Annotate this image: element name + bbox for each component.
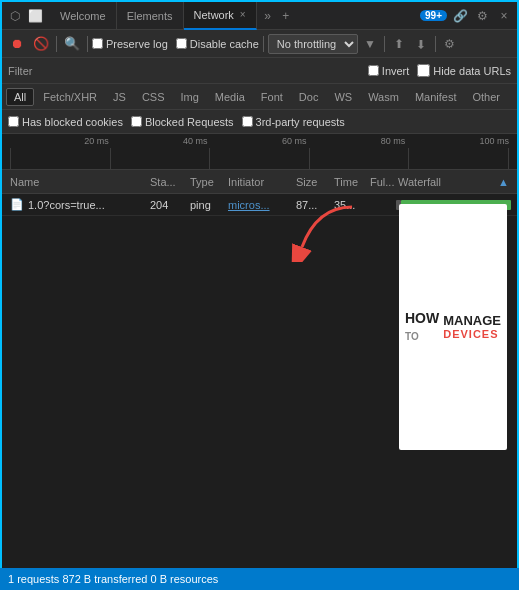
type-tab-font[interactable]: Font — [254, 89, 290, 105]
share-icon[interactable]: 🔗 — [451, 7, 469, 25]
tab-bar: ⬡ ⬜ Welcome Elements Network × » + 99+ 🔗… — [2, 2, 517, 30]
status-bar: 1 requests 872 B transferred 0 B resourc… — [0, 568, 519, 590]
preserve-log-checkbox[interactable] — [92, 38, 103, 49]
main-content: 📄 1.0?cors=true... 204 ping micros... 87… — [2, 194, 517, 570]
timeline-mark-1: 20 ms — [84, 136, 109, 146]
timeline-mark-2: 40 ms — [183, 136, 208, 146]
td-status: 204 — [146, 199, 186, 211]
network-settings-icon[interactable]: ⚙ — [440, 34, 460, 54]
settings-tab-icon[interactable]: ⚙ — [473, 7, 491, 25]
watermark: HOWTO MANAGE DEVICES — [399, 204, 507, 450]
th-status[interactable]: Sta... — [146, 176, 186, 188]
devtools-icon-2[interactable]: ⬜ — [26, 7, 44, 25]
th-time[interactable]: Time — [330, 176, 366, 188]
watermark-devices: DEVICES — [443, 328, 501, 340]
table-header: Name Sta... Type Initiator Size Time Ful… — [2, 170, 517, 194]
sort-icon: ▲ — [498, 176, 509, 188]
has-blocked-cookies-group[interactable]: Has blocked cookies — [8, 116, 123, 128]
th-name[interactable]: Name — [6, 176, 146, 188]
td-time: 35... — [330, 199, 366, 211]
grid-line-3 — [209, 148, 210, 169]
type-tab-all[interactable]: All — [6, 88, 34, 106]
th-full[interactable]: Ful... — [366, 176, 394, 188]
separator-5 — [435, 36, 436, 52]
type-tab-ws[interactable]: WS — [327, 89, 359, 105]
timeline-grid-lines — [10, 148, 509, 169]
throttle-settings-icon[interactable]: ▼ — [360, 34, 380, 54]
type-tab-other[interactable]: Other — [465, 89, 507, 105]
filter-row: Filter Invert Hide data URLs — [2, 58, 517, 84]
th-size[interactable]: Size — [292, 176, 330, 188]
type-tab-wasm[interactable]: Wasm — [361, 89, 406, 105]
type-tab-fetch-xhr[interactable]: Fetch/XHR — [36, 89, 104, 105]
tab-welcome[interactable]: Welcome — [50, 2, 117, 30]
third-party-checkbox[interactable] — [242, 116, 253, 127]
throttle-select[interactable]: No throttling Fast 3G Slow 3G Offline — [268, 34, 358, 54]
notification-badge: 99+ — [420, 10, 447, 21]
has-blocked-cookies-checkbox[interactable] — [8, 116, 19, 127]
blocked-requests-group[interactable]: Blocked Requests — [131, 116, 234, 128]
third-party-group[interactable]: 3rd-party requests — [242, 116, 345, 128]
watermark-text: MANAGE DEVICES — [443, 314, 501, 340]
type-tab-js[interactable]: JS — [106, 89, 133, 105]
type-tab-media[interactable]: Media — [208, 89, 252, 105]
watermark-manage: MANAGE — [443, 314, 501, 328]
th-waterfall[interactable]: Waterfall ▲ — [394, 176, 513, 188]
devtools-icon-1[interactable]: ⬡ — [6, 7, 24, 25]
grid-line-5 — [408, 148, 409, 169]
has-blocked-cookies-label: Has blocked cookies — [22, 116, 123, 128]
td-type: ping — [186, 199, 224, 211]
grid-line-2 — [110, 148, 111, 169]
preserve-log-checkbox-group[interactable]: Preserve log — [92, 38, 168, 50]
grid-line-1 — [10, 148, 11, 169]
disable-cache-checkbox-group[interactable]: Disable cache — [176, 38, 259, 50]
tab-actions: 99+ 🔗 ⚙ × — [420, 7, 513, 25]
filter-label: Filter — [8, 65, 32, 77]
search-button[interactable]: 🔍 — [61, 33, 83, 55]
status-text: 1 requests 872 B transferred 0 B resourc… — [8, 573, 218, 585]
separator-3 — [263, 36, 264, 52]
hide-data-checkbox-group[interactable]: Hide data URLs — [417, 64, 511, 77]
type-tabs-row: All Fetch/XHR JS CSS Img Media Font Doc … — [2, 84, 517, 110]
tab-network[interactable]: Network × — [184, 2, 257, 30]
filters-row: Has blocked cookies Blocked Requests 3rd… — [2, 110, 517, 134]
disable-cache-checkbox[interactable] — [176, 38, 187, 49]
add-tab-icon[interactable]: + — [277, 7, 295, 25]
export-icon[interactable]: ⬆ — [411, 34, 431, 54]
file-icon: 📄 — [10, 198, 24, 211]
type-tab-manifest[interactable]: Manifest — [408, 89, 464, 105]
separator-4 — [384, 36, 385, 52]
th-type[interactable]: Type — [186, 176, 224, 188]
import-icon[interactable]: ⬆ — [389, 34, 409, 54]
disable-cache-label: Disable cache — [190, 38, 259, 50]
timeline-area: 20 ms 40 ms 60 ms 80 ms 100 ms — [2, 134, 517, 170]
devtools-icons: ⬡ ⬜ — [6, 7, 44, 25]
grid-line-6 — [508, 148, 509, 169]
tab-network-close[interactable]: × — [240, 9, 246, 20]
type-tab-img[interactable]: Img — [174, 89, 206, 105]
row-name: 1.0?cors=true... — [28, 199, 105, 211]
type-tab-css[interactable]: CSS — [135, 89, 172, 105]
invert-checkbox-group[interactable]: Invert — [368, 65, 410, 77]
clear-button[interactable]: 🚫 — [30, 33, 52, 55]
timeline-mark-5: 100 ms — [479, 136, 509, 146]
blocked-requests-checkbox[interactable] — [131, 116, 142, 127]
separator-2 — [87, 36, 88, 52]
grid-line-4 — [309, 148, 310, 169]
record-button[interactable]: ⏺ — [6, 33, 28, 55]
third-party-label: 3rd-party requests — [256, 116, 345, 128]
watermark-how: HOWTO — [405, 310, 439, 344]
close-window-icon[interactable]: × — [495, 7, 513, 25]
type-tab-doc[interactable]: Doc — [292, 89, 326, 105]
invert-checkbox[interactable] — [368, 65, 379, 76]
td-size: 87... — [292, 199, 330, 211]
hide-data-checkbox[interactable] — [417, 64, 430, 77]
tab-elements[interactable]: Elements — [117, 2, 184, 30]
td-initiator[interactable]: micros... — [224, 199, 292, 211]
th-initiator[interactable]: Initiator — [224, 176, 292, 188]
blocked-requests-label: Blocked Requests — [145, 116, 234, 128]
more-tabs-icon[interactable]: » — [259, 7, 277, 25]
td-name: 📄 1.0?cors=true... — [6, 198, 146, 211]
timeline-marks: 20 ms 40 ms 60 ms 80 ms 100 ms — [2, 136, 517, 146]
separator-1 — [56, 36, 57, 52]
